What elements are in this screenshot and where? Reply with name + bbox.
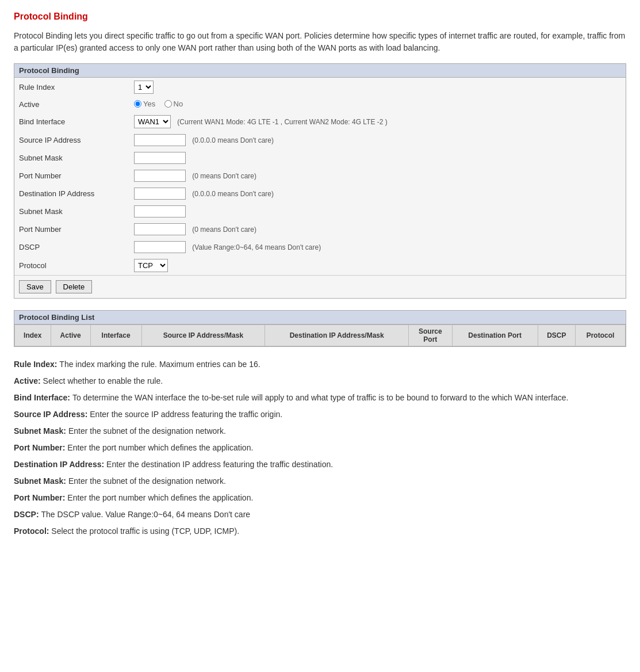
- desc-item-5: Port Number: Enter the port number which…: [14, 442, 626, 454]
- description-section: Rule Index: The index marking the rule. …: [14, 358, 626, 537]
- rule-index-row: Rule Index 1: [14, 78, 626, 97]
- dscp-cell: 0 (Value Range:0~64, 64 means Don't care…: [129, 238, 626, 256]
- dest-ip-hint: (0.0.0.0 means Don't care): [192, 190, 274, 198]
- protocol-binding-list-panel: Protocol Binding List Index Active Inter…: [14, 310, 626, 347]
- source-ip-input[interactable]: 0.0.0.0: [134, 134, 186, 146]
- protocol-binding-panel: Protocol Binding Rule Index 1 Active: [14, 63, 626, 299]
- desc-label-2: Bind Interface:: [14, 393, 72, 402]
- dest-ip-row: Destination IP Address 0.0.0.0 (0.0.0.0 …: [14, 185, 626, 203]
- active-yes-text: Yes: [143, 100, 155, 108]
- subnet-mask1-cell: 0.0.0.0: [129, 149, 626, 167]
- desc-item-0: Rule Index: The index marking the rule. …: [14, 358, 626, 371]
- active-label: Active: [14, 97, 129, 112]
- dscp-hint: (Value Range:0~64, 64 means Don't care): [192, 243, 321, 251]
- active-no-radio[interactable]: [164, 100, 172, 108]
- subnet-mask2-input[interactable]: 0.0.0.0: [134, 205, 186, 217]
- port-number2-row: Port Number 0 (0 means Don't care): [14, 220, 626, 238]
- desc-label-10: Protocol:: [14, 526, 51, 536]
- bind-interface-row: Bind Interface WAN1 (Current WAN1 Mode: …: [14, 112, 626, 131]
- desc-item-1: Active: Select whether to enable the rul…: [14, 375, 626, 387]
- protocol-row: Protocol TCP UDP ICMP: [14, 256, 626, 275]
- active-radio-group: Yes No: [134, 100, 621, 109]
- desc-item-6: Destination IP Address: Enter the destin…: [14, 459, 626, 471]
- port-number1-label: Port Number: [14, 167, 129, 185]
- port-number1-row: Port Number 0 (0 means Don't care): [14, 167, 626, 185]
- dest-ip-label: Destination IP Address: [14, 185, 129, 203]
- protocol-select[interactable]: TCP UDP ICMP: [134, 259, 168, 272]
- desc-item-8: Port Number: Enter the port number which…: [14, 492, 626, 504]
- subnet-mask1-label: Subnet Mask: [14, 149, 129, 167]
- desc-label-8: Port Number:: [14, 493, 67, 502]
- desc-item-2: Bind Interface: To determine the WAN int…: [14, 392, 626, 404]
- intro-paragraph: Protocol Binding lets you direct specifi…: [14, 30, 626, 54]
- col-source-port: SourcePort: [409, 325, 453, 346]
- source-ip-hint: (0.0.0.0 means Don't care): [192, 136, 274, 144]
- subnet-mask2-cell: 0.0.0.0: [129, 203, 626, 220]
- desc-item-3: Source IP Address: Enter the source IP a…: [14, 408, 626, 421]
- desc-item-10: Protocol: Select the protocol traffic is…: [14, 525, 626, 537]
- col-source-ip: Source IP Address/Mask: [141, 325, 265, 346]
- button-row: Save Delete: [14, 275, 626, 298]
- port-number1-cell: 0 (0 means Don't care): [129, 167, 626, 185]
- list-panel-title: Protocol Binding List: [14, 311, 626, 324]
- bind-interface-hint: (Current WAN1 Mode: 4G LTE -1 , Current …: [177, 118, 387, 126]
- desc-label-5: Port Number:: [14, 443, 67, 452]
- active-no-text: No: [174, 100, 183, 108]
- col-dscp: DSCP: [538, 325, 575, 346]
- port-number2-label: Port Number: [14, 220, 129, 238]
- bind-interface-label: Bind Interface: [14, 112, 129, 131]
- subnet-mask2-row: Subnet Mask 0.0.0.0: [14, 203, 626, 220]
- protocol-label: Protocol: [14, 256, 129, 275]
- active-cell: Yes No: [129, 97, 626, 112]
- form-table: Rule Index 1 Active Yes: [14, 78, 626, 275]
- dscp-label: DSCP: [14, 238, 129, 256]
- desc-label-1: Active:: [14, 376, 43, 385]
- desc-label-3: Source IP Address:: [14, 410, 90, 419]
- col-dest-port: Destination Port: [452, 325, 538, 346]
- col-interface: Interface: [90, 325, 141, 346]
- col-protocol: Protocol: [576, 325, 626, 346]
- list-table: Index Active Interface Source IP Address…: [14, 324, 626, 346]
- desc-item-9: DSCP: The DSCP value. Value Range:0~64, …: [14, 509, 626, 521]
- active-yes-label[interactable]: Yes: [134, 100, 155, 108]
- protocol-cell: TCP UDP ICMP: [129, 256, 626, 275]
- dscp-input[interactable]: 0: [134, 241, 186, 253]
- source-ip-cell: 0.0.0.0 (0.0.0.0 means Don't care): [129, 131, 626, 149]
- list-header-row: Index Active Interface Source IP Address…: [15, 325, 626, 346]
- rule-index-select[interactable]: 1: [134, 81, 154, 94]
- save-button[interactable]: Save: [19, 280, 51, 293]
- dest-ip-cell: 0.0.0.0 (0.0.0.0 means Don't care): [129, 185, 626, 203]
- bind-interface-select[interactable]: WAN1: [134, 115, 171, 128]
- subnet-mask1-input[interactable]: 0.0.0.0: [134, 152, 186, 164]
- source-ip-label: Source IP Address: [14, 131, 129, 149]
- panel-title: Protocol Binding: [14, 64, 626, 78]
- col-active: Active: [51, 325, 90, 346]
- active-no-label[interactable]: No: [164, 100, 183, 108]
- rule-index-label: Rule Index: [14, 78, 129, 97]
- col-dest-ip: Destination IP Address/Mask: [265, 325, 409, 346]
- bind-interface-cell: WAN1 (Current WAN1 Mode: 4G LTE -1 , Cur…: [129, 112, 626, 131]
- desc-label-0: Rule Index:: [14, 360, 59, 369]
- dest-ip-input[interactable]: 0.0.0.0: [134, 188, 186, 200]
- page-title: Protocol Binding: [14, 12, 626, 22]
- active-yes-radio[interactable]: [134, 100, 141, 108]
- port-number2-hint: (0 means Don't care): [192, 226, 256, 234]
- subnet-mask1-row: Subnet Mask 0.0.0.0: [14, 149, 626, 167]
- port-number1-hint: (0 means Don't care): [192, 172, 256, 180]
- port-number1-input[interactable]: 0: [134, 170, 186, 182]
- port-number2-input[interactable]: 0: [134, 223, 186, 235]
- port-number2-cell: 0 (0 means Don't care): [129, 220, 626, 238]
- desc-label-4: Subnet Mask:: [14, 426, 68, 436]
- dscp-row: DSCP 0 (Value Range:0~64, 64 means Don't…: [14, 238, 626, 256]
- col-index: Index: [15, 325, 51, 346]
- desc-label-9: DSCP:: [14, 510, 41, 519]
- rule-index-cell: 1: [129, 78, 626, 97]
- source-ip-row: Source IP Address 0.0.0.0 (0.0.0.0 means…: [14, 131, 626, 149]
- desc-item-4: Subnet Mask: Enter the subnet of the des…: [14, 425, 626, 437]
- delete-button[interactable]: Delete: [56, 280, 93, 293]
- subnet-mask2-label: Subnet Mask: [14, 203, 129, 220]
- desc-item-7: Subnet Mask: Enter the subnet of the des…: [14, 475, 626, 487]
- desc-label-7: Subnet Mask:: [14, 476, 68, 486]
- desc-label-6: Destination IP Address:: [14, 460, 106, 469]
- active-row: Active Yes No: [14, 97, 626, 112]
